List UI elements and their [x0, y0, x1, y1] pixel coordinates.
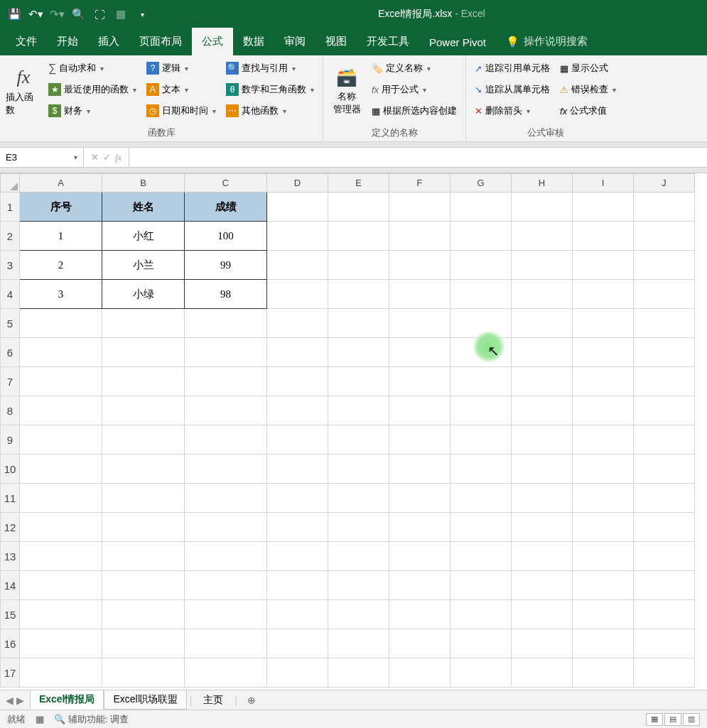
page-break-view-button[interactable]: ▥ — [683, 713, 700, 726]
preview-icon[interactable]: 🔍 — [70, 6, 87, 23]
save-icon[interactable]: 💾 — [6, 6, 23, 23]
data-cell[interactable]: 99 — [185, 251, 267, 280]
recent-functions-button[interactable]: ★最近使用的函数▾ — [45, 80, 139, 99]
remove-arrow-icon: ✕ — [475, 106, 482, 116]
search-placeholder: 操作说明搜索 — [524, 35, 588, 48]
grid-icon: ▦ — [372, 106, 380, 116]
sheet-tab-bar: ◀ ▶ Excel情报局 Excel职场联盟 | 主页 | ⊕ — [0, 690, 707, 710]
clock-icon: ◷ — [146, 104, 159, 117]
financial-icon: $ — [48, 104, 61, 117]
tab-file[interactable]: 文件 — [6, 28, 47, 55]
fx-button[interactable]: fx — [115, 152, 122, 163]
quick-access: 💾 ↶▾ ↷▾ 🔍 ⛶ ▦ ▾ — [0, 6, 156, 23]
col-C[interactable]: C — [185, 174, 267, 192]
text-button[interactable]: A文本▾ — [144, 80, 219, 99]
create-from-selection-button[interactable]: ▦根据所选内容创建 — [369, 101, 460, 121]
data-cell[interactable]: 100 — [185, 222, 267, 251]
group-formula-auditing: ➚追踪引用单元格 ➘追踪从属单元格 ✕删除箭头▾ ▦显示公式 ⚠错误检查▾ fx… — [466, 55, 625, 141]
status-ready: 就绪 — [7, 713, 26, 726]
name-manager-button[interactable]: 🗃️ 名称 管理器 — [329, 58, 365, 124]
define-name-button[interactable]: 🏷️定义名称▾ — [369, 58, 460, 78]
name-box[interactable]: E3 ▾ — [0, 148, 84, 167]
autosum-button[interactable]: ∑自动求和▾ — [45, 58, 139, 78]
customize-qa-icon[interactable]: ▾ — [134, 6, 151, 23]
tell-me-search[interactable]: 💡 操作说明搜索 — [496, 28, 598, 55]
tab-formulas[interactable]: 公式 — [192, 28, 233, 55]
row-hdr[interactable]: 2 — [1, 222, 20, 251]
col-B[interactable]: B — [102, 174, 185, 192]
row-hdr[interactable]: 1 — [1, 192, 20, 222]
theta-icon: θ — [226, 83, 239, 96]
data-cell[interactable]: 98 — [185, 280, 267, 309]
tab-layout[interactable]: 页面布局 — [129, 28, 192, 55]
trace-precedents-button[interactable]: ➚追踪引用单元格 — [472, 58, 553, 78]
confirm-icon[interactable]: ✓ — [103, 152, 111, 163]
datetime-button[interactable]: ◷日期和时间▾ — [144, 101, 219, 121]
col-E[interactable]: E — [328, 174, 389, 192]
data-cell[interactable]: 2 — [20, 251, 102, 280]
data-cell[interactable]: 小兰 — [102, 251, 185, 280]
macro-record-icon[interactable]: ▦ — [36, 714, 44, 724]
tab-powerpivot[interactable]: Power Pivot — [419, 29, 496, 55]
undo-icon[interactable]: ↶▾ — [27, 6, 44, 23]
row-hdr[interactable]: 3 — [1, 251, 20, 280]
trace-dependents-button[interactable]: ➘追踪从属单元格 — [472, 80, 553, 99]
error-check-button[interactable]: ⚠错误检查▾ — [557, 80, 619, 99]
tab-review[interactable]: 审阅 — [274, 28, 315, 55]
math-button[interactable]: θ数学和三角函数▾ — [223, 80, 317, 99]
remove-arrows-button[interactable]: ✕删除箭头▾ — [472, 101, 553, 121]
logical-button[interactable]: ?逻辑▾ — [144, 58, 219, 78]
col-G[interactable]: G — [450, 174, 512, 192]
header-cell[interactable]: 序号 — [20, 192, 102, 222]
data-cell[interactable]: 3 — [20, 280, 102, 309]
touch-icon[interactable]: ▦ — [112, 6, 129, 23]
col-J[interactable]: J — [634, 174, 695, 192]
redo-icon[interactable]: ↷▾ — [48, 6, 65, 23]
financial-button[interactable]: $财务▾ — [45, 101, 139, 121]
data-cell[interactable]: 小红 — [102, 222, 185, 251]
sheet-tab[interactable]: Excel情报局 — [30, 690, 104, 710]
add-sheet-button[interactable]: ⊕ — [240, 695, 263, 706]
col-H[interactable]: H — [512, 174, 573, 192]
eval-icon: fx — [560, 106, 567, 116]
row-hdr[interactable]: 4 — [1, 280, 20, 309]
header-cell[interactable]: 姓名 — [102, 192, 185, 222]
sheet-tab[interactable]: 主页 — [195, 691, 232, 710]
more-functions-button[interactable]: ⋯其他函数▾ — [223, 101, 317, 121]
tab-view[interactable]: 视图 — [315, 28, 357, 55]
addin-icon[interactable]: ⛶ — [91, 6, 108, 23]
chevron-down-icon: ▾ — [74, 153, 77, 161]
column-headers: A B C D E F G H I J — [1, 174, 695, 192]
spreadsheet-grid[interactable]: A B C D E F G H I J 1 序号 姓名 成绩 2 1 小红 10… — [0, 173, 707, 688]
tab-devtools[interactable]: 开发工具 — [357, 28, 419, 55]
data-cell[interactable]: 小绿 — [102, 280, 185, 309]
col-F[interactable]: F — [389, 174, 450, 192]
fx-icon: fx — [17, 67, 31, 88]
select-all-corner[interactable] — [1, 174, 20, 192]
tab-insert[interactable]: 插入 — [88, 28, 129, 55]
status-bar: 就绪 ▦ 🔍 辅助功能: 调查 ▦ ▤ ▥ — [0, 710, 707, 728]
page-layout-view-button[interactable]: ▤ — [664, 713, 681, 726]
col-D[interactable]: D — [267, 174, 328, 192]
trace-pre-icon: ➚ — [475, 63, 482, 74]
use-in-formula-button[interactable]: fx用于公式▾ — [369, 80, 460, 99]
col-A[interactable]: A — [20, 174, 102, 192]
tab-home[interactable]: 开始 — [47, 28, 88, 55]
sheet-nav[interactable]: ◀ ▶ — [0, 695, 30, 706]
data-cell[interactable]: 1 — [20, 222, 102, 251]
cancel-icon[interactable]: ✕ — [91, 152, 99, 163]
evaluate-formula-button[interactable]: fx公式求值 — [557, 101, 619, 121]
tab-data[interactable]: 数据 — [233, 28, 274, 55]
app-name: Excel — [461, 8, 485, 19]
normal-view-button[interactable]: ▦ — [646, 713, 663, 726]
sheet-tab[interactable]: Excel职场联盟 — [104, 690, 186, 710]
lookup-button[interactable]: 🔍查找与引用▾ — [223, 58, 317, 78]
accessibility-status[interactable]: 🔍 辅助功能: 调查 — [54, 713, 129, 726]
col-I[interactable]: I — [573, 174, 634, 192]
show-formulas-button[interactable]: ▦显示公式 — [557, 58, 619, 78]
group-function-library: fx 插入函数 ∑自动求和▾ ★最近使用的函数▾ $财务▾ ?逻辑▾ A文本▾ … — [0, 55, 323, 141]
ribbon-tabs: 文件 开始 插入 页面布局 公式 数据 审阅 视图 开发工具 Power Piv… — [0, 28, 707, 55]
formula-input[interactable] — [129, 148, 707, 167]
insert-function-button[interactable]: fx 插入函数 — [6, 58, 41, 124]
header-cell[interactable]: 成绩 — [185, 192, 267, 222]
